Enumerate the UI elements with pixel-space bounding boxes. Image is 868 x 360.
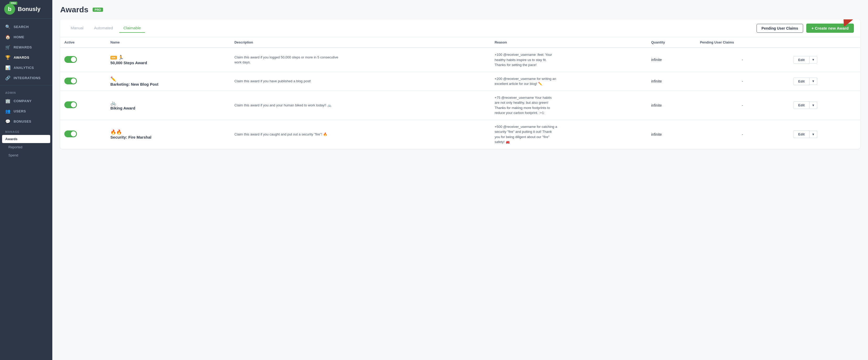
icon-name-cell: 🚲 Biking Award [106,91,230,120]
pending-cell: - [696,91,789,120]
sub-item-awards[interactable]: Awards [2,135,50,143]
award-description: Claim this award if you logged 50,000 st… [235,55,344,65]
edit-dropdown-button[interactable]: ▼ [810,78,817,85]
content-area: Manual Automated Claimable Pending User … [52,14,868,360]
active-cell [60,48,106,72]
col-pending: Pending User Claims [696,37,789,48]
tab-manual[interactable]: Manual [66,24,88,33]
awards-table: Active Name Description Reason Quantity … [60,37,860,149]
page-title: Awards [60,5,88,14]
sidebar-item-awards-label: AWARDS [13,56,29,59]
active-toggle[interactable] [64,56,77,63]
description-cell: Claim this award if you and your human b… [230,91,491,120]
icon-name-cell: ✏️ Barketing: New Blog Post [106,72,230,91]
award-name: 50,000 Steps Award [111,60,226,65]
tabs: Manual Automated Claimable [66,24,145,33]
award-name: Barketing: New Blog Post [111,82,226,86]
award-reason: +500 @receiver_username for catching a s… [495,124,557,145]
reason-cell: +100 @receiver_username :feet: Your heal… [491,48,647,72]
sidebar-item-integrations[interactable]: 🔗 INTEGRATIONS [0,73,52,83]
sidebar-item-users[interactable]: 👥 USERS [0,106,52,116]
sidebar-item-users-label: USERS [13,109,26,113]
col-actions [789,37,860,48]
card-toolbar: Manual Automated Claimable Pending User … [60,19,860,37]
pending-user-claims-button[interactable]: Pending User Claims [756,24,803,33]
sidebar-item-bonuses[interactable]: 💬 BONUSES [0,116,52,127]
tab-automated[interactable]: Automated [90,24,117,33]
edit-button[interactable]: Edit [793,56,810,64]
page-header: Awards PRO [52,0,868,14]
sub-item-reported[interactable]: Reported [0,143,52,151]
toolbar-right: Pending User Claims + Create new Award [756,24,854,33]
reason-cell: +500 @receiver_username for catching a s… [491,120,647,149]
users-icon: 👥 [5,109,10,114]
award-description: Claim this award if you have published a… [235,79,344,84]
bonusly-logo-text: Bonusly [18,6,40,12]
sidebar-item-home-label: HOME [13,35,24,39]
pending-cell: - [696,48,789,72]
actions-cell: Edit ▼ [789,91,860,120]
tab-claimable[interactable]: Claimable [119,24,145,33]
analytics-icon: 📊 [5,65,10,70]
award-name: Security: Fire Marshal [111,135,226,139]
table-row: 🔥🔥 Security: Fire Marshal Claim this awa… [60,120,860,149]
sidebar-item-rewards-label: REWARDS [13,45,32,49]
sidebar-item-analytics[interactable]: 📊 ANALYTICS [0,63,52,73]
quantity-cell: infinite [647,91,695,120]
edit-button[interactable]: Edit [793,78,810,85]
active-toggle[interactable] [64,78,77,84]
sidebar: b PRO Bonusly 🔍 SEARCH 🏠 HOME 🛒 REWARDS … [0,0,52,360]
sidebar-item-company[interactable]: 🏢 COMPANY [0,96,52,106]
award-name: Biking Award [111,106,226,110]
edit-dropdown-button[interactable]: ▼ [810,102,817,109]
create-award-button[interactable]: + Create new Award [806,24,854,33]
col-reason: Reason [491,37,647,48]
sidebar-item-rewards[interactable]: 🛒 REWARDS [0,42,52,52]
edit-button-group: Edit ▼ [793,102,856,109]
quantity-cell: infinite [647,72,695,91]
reason-cell: +75 @receiver_username Your habits are n… [491,91,647,120]
sidebar-logo: b PRO Bonusly [0,0,52,19]
sidebar-item-search-label: SEARCH [13,25,29,29]
edit-button[interactable]: Edit [793,102,810,109]
edit-dropdown-button[interactable]: ▼ [810,131,817,138]
sub-item-spend[interactable]: Spend [0,151,52,159]
quantity-cell: infinite [647,120,695,149]
edit-button-group: Edit ▼ [793,131,856,138]
sidebar-item-search[interactable]: 🔍 SEARCH [0,22,52,32]
icon-cell: 🚲 [111,100,226,106]
bonuses-icon: 💬 [5,119,10,124]
description-cell: Claim this award if you have published a… [230,72,491,91]
pending-cell: - [696,120,789,149]
col-active: Active [60,37,106,48]
sidebar-item-awards[interactable]: 🏆 AWARDS [0,52,52,63]
awards-card: Manual Automated Claimable Pending User … [60,19,860,149]
edit-button[interactable]: Edit [793,131,810,138]
edit-button-group: Edit ▼ [793,56,856,64]
active-toggle[interactable] [64,102,77,108]
table-row: ✏️ Barketing: New Blog Post Claim this a… [60,72,860,91]
sidebar-item-company-label: COMPANY [13,99,32,103]
col-quantity: Quantity [647,37,695,48]
description-cell: Claim this award if you logged 50,000 st… [230,48,491,72]
search-icon: 🔍 [5,24,10,29]
create-award-wrapper: + Create new Award [806,24,854,33]
col-name: Name [106,37,230,48]
pending-cell: - [696,72,789,91]
edit-dropdown-button[interactable]: ▼ [810,56,817,63]
rewards-icon: 🛒 [5,45,10,50]
award-reason: +100 @receiver_username :feet: Your heal… [495,52,557,67]
company-icon: 🏢 [5,99,10,104]
icon-name-cell: 50K🏃 50,000 Steps Award [106,48,230,72]
icon-cell: 🔥🔥 [111,129,226,135]
sidebar-item-integrations-label: INTEGRATIONS [13,76,40,80]
actions-cell: Edit ▼ [789,72,860,91]
awards-pro-badge: PRO [93,8,103,12]
edit-button-group: Edit ▼ [793,78,856,85]
table-row: 🚲 Biking Award Claim this award if you a… [60,91,860,120]
active-cell [60,120,106,149]
active-toggle[interactable] [64,131,77,137]
sidebar-item-home[interactable]: 🏠 HOME [0,32,52,42]
main-content: Awards PRO Manual Automated Claimable Pe… [52,0,868,360]
col-description: Description [230,37,491,48]
